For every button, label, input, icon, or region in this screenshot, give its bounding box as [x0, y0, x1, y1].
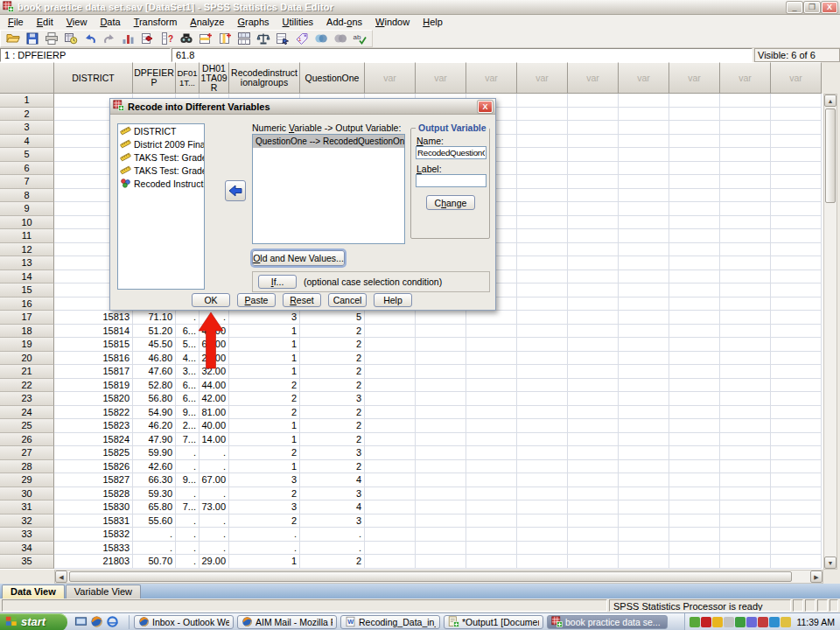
row-header[interactable]: 13 [0, 256, 54, 270]
grid-cell-empty[interactable] [669, 229, 720, 243]
column-header-district[interactable]: DISTRICT [54, 62, 133, 94]
grid-cell-empty[interactable] [416, 487, 466, 501]
grid-cell-empty[interactable] [466, 352, 517, 366]
row-header[interactable]: 25 [0, 419, 54, 433]
paste-button[interactable]: Paste [237, 293, 276, 307]
grid-cell-empty[interactable] [568, 256, 619, 270]
grid-cell-empty[interactable] [771, 298, 822, 312]
grid-cell-empty[interactable] [720, 365, 771, 379]
taskbar-window-button[interactable]: book practice data se... [547, 615, 668, 629]
grid-cell-empty[interactable] [771, 460, 822, 474]
grid-cell[interactable]: 15831 [54, 514, 133, 528]
source-variable-list[interactable]: DISTRICTDistrict 2009 Finance: E...TAKS … [117, 123, 205, 290]
grid-cell-empty[interactable] [720, 542, 771, 556]
grid-cell-empty[interactable] [619, 256, 669, 270]
transfer-variable-button[interactable] [225, 180, 246, 201]
grid-cell[interactable]: 71.10 [133, 311, 176, 325]
grid-cell-empty[interactable] [619, 202, 669, 216]
grid-cell-empty[interactable] [771, 216, 822, 230]
grid-cell-empty[interactable] [669, 460, 720, 474]
grid-cell-empty[interactable] [619, 189, 669, 203]
grid-cell-empty[interactable] [619, 243, 669, 257]
grid-cell-empty[interactable] [517, 270, 568, 284]
reset-button[interactable]: Reset [283, 293, 321, 307]
grid-cell-empty[interactable] [771, 108, 822, 122]
grid-cell-empty[interactable] [466, 419, 517, 433]
grid-cell-empty[interactable] [568, 528, 619, 542]
grid-cell[interactable]: 15814 [54, 325, 133, 339]
grid-cell-empty[interactable] [669, 406, 720, 420]
source-variable-item[interactable]: District 2009 Finance: E... [118, 137, 204, 150]
grid-cell-empty[interactable] [771, 148, 822, 162]
grid-cell-empty[interactable] [365, 379, 416, 393]
grid-cell-empty[interactable] [365, 338, 416, 352]
grid-cell-empty[interactable] [771, 542, 822, 556]
sync-arrows-icon[interactable] [769, 617, 780, 627]
grid-cell-empty[interactable] [720, 270, 771, 284]
grid-cell[interactable]: 3... [176, 365, 200, 379]
grid-cell[interactable]: . [176, 311, 200, 325]
grid-cell[interactable]: 2 [300, 433, 365, 447]
row-header[interactable]: 18 [0, 325, 54, 339]
grid-cell-empty[interactable] [720, 487, 771, 501]
grid-cell[interactable]: 4... [176, 352, 200, 366]
row-header[interactable]: 21 [0, 365, 54, 379]
grid-cell-empty[interactable] [619, 175, 669, 189]
row-header[interactable]: 27 [0, 446, 54, 460]
grid-cell-empty[interactable] [619, 514, 669, 528]
goto-variable-button[interactable]: ? [159, 32, 175, 46]
column-header-var[interactable]: var [365, 62, 416, 94]
grid-cell-empty[interactable] [517, 379, 568, 393]
grid-cell[interactable]: 1 [229, 352, 300, 366]
grid-cell-empty[interactable] [517, 148, 568, 162]
grid-cell-empty[interactable] [416, 365, 466, 379]
grid-cell-empty[interactable] [365, 487, 416, 501]
row-header[interactable]: 19 [0, 338, 54, 352]
grid-cell[interactable]: 3 [229, 500, 300, 514]
column-header-var[interactable]: var [466, 62, 517, 94]
grid-cell[interactable]: . [176, 460, 200, 474]
grid-cell[interactable]: 67.00 [200, 473, 229, 487]
ati-icon[interactable] [701, 617, 711, 627]
minimize-button[interactable]: _ [787, 2, 802, 13]
grid-cell-empty[interactable] [720, 135, 771, 149]
grid-cell-empty[interactable] [365, 528, 416, 542]
grid-cell-empty[interactable] [771, 229, 822, 243]
grid-cell-empty[interactable] [568, 243, 619, 257]
grid-cell-empty[interactable] [466, 487, 517, 501]
row-header[interactable]: 2 [0, 108, 54, 122]
grid-cell-empty[interactable] [517, 555, 568, 569]
grid-cell-empty[interactable] [669, 216, 720, 230]
grid-cell-empty[interactable] [517, 162, 568, 176]
grid-cell-empty[interactable] [771, 175, 822, 189]
grid-cell-empty[interactable] [416, 555, 466, 569]
grid-cell-empty[interactable] [517, 542, 568, 556]
grid-cell-empty[interactable] [669, 487, 720, 501]
grid-cell[interactable]: 50.70 [133, 555, 176, 569]
grid-cell[interactable]: 15823 [54, 419, 133, 433]
grid-cell-empty[interactable] [568, 542, 619, 556]
grid-cell[interactable]: 29.00 [200, 555, 229, 569]
find-button[interactable] [178, 32, 194, 46]
grid-cell-empty[interactable] [669, 392, 720, 406]
grid-cell[interactable]: 5... [176, 338, 200, 352]
grid-cell-empty[interactable] [669, 298, 720, 312]
menu-view[interactable]: View [66, 17, 88, 28]
grid-cell-empty[interactable] [517, 229, 568, 243]
if-button[interactable]: If... [258, 275, 297, 289]
alert-red-icon[interactable] [758, 617, 768, 627]
grid-cell-empty[interactable] [669, 352, 720, 366]
firefox-quicklaunch[interactable] [90, 615, 103, 628]
insert-variable-button[interactable] [217, 32, 233, 46]
taskbar-window-button[interactable]: Inbox - Outlook Web ... [134, 615, 234, 629]
grid-cell-empty[interactable] [568, 325, 619, 339]
grid-cell-empty[interactable] [669, 379, 720, 393]
row-header[interactable]: 20 [0, 352, 54, 366]
grid-cell-empty[interactable] [619, 311, 669, 325]
menu-help[interactable]: Help [423, 17, 443, 28]
grid-cell-empty[interactable] [517, 311, 568, 325]
antivirus-yellow-icon[interactable] [712, 617, 723, 627]
grid-cell[interactable]: 2 [300, 365, 365, 379]
grid-cell-empty[interactable] [568, 433, 619, 447]
grid-cell-empty[interactable] [365, 365, 416, 379]
